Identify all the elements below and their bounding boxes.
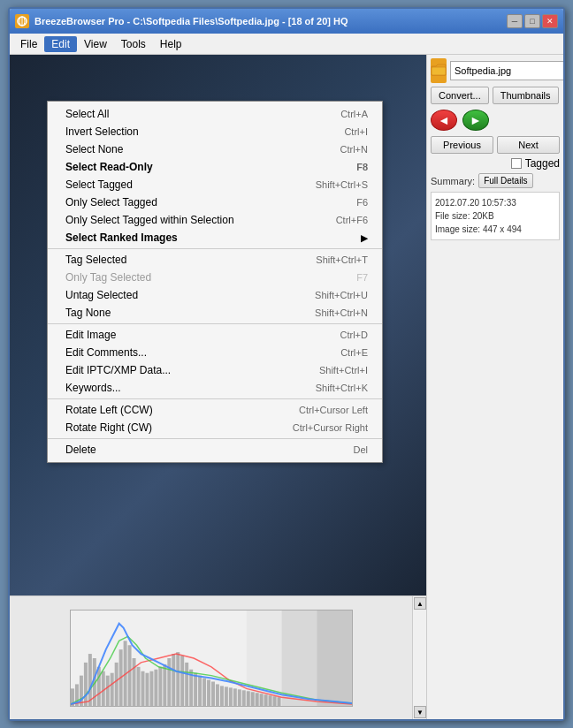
title-bar: BreezeBrowser Pro - C:\Softpedia Files\S… (10, 9, 563, 34)
scroll-down-button[interactable]: ▼ (414, 706, 426, 718)
svg-rect-30 (172, 654, 175, 706)
histogram-area (10, 596, 412, 719)
vertical-scrollbar[interactable]: ▲ ▼ (412, 596, 426, 719)
next-button[interactable]: Next (497, 136, 560, 154)
menu-item-only-tag-selected-label: Only Tag Selected (65, 271, 151, 284)
svg-rect-25 (149, 671, 153, 705)
minimize-button[interactable]: ─ (507, 14, 523, 28)
nav-back-button[interactable]: ◄ (431, 110, 457, 131)
svg-rect-53 (272, 696, 276, 706)
svg-rect-39 (211, 681, 215, 705)
menu-item-select-ranked[interactable]: Select Ranked Images ▶ (48, 229, 382, 246)
svg-rect-48 (250, 692, 254, 706)
svg-rect-23 (141, 671, 144, 705)
svg-rect-31 (176, 652, 180, 706)
thumbnails-button[interactable]: Thumbnails (493, 87, 559, 104)
menu-item-only-select-tagged-within[interactable]: Only Select Tagged within Selection Ctrl… (48, 211, 382, 229)
menu-item-select-none[interactable]: Select None Ctrl+N (48, 140, 382, 158)
tagged-checkbox[interactable] (511, 158, 522, 169)
menu-item-rotate-right-label: Rotate Right (CW) (65, 421, 152, 434)
menu-item-select-all-shortcut: Ctrl+A (340, 109, 368, 119)
svg-rect-32 (180, 656, 184, 706)
svg-rect-20 (127, 645, 131, 706)
menu-item-rotate-left[interactable]: Rotate Left (CCW) Ctrl+Cursor Left (48, 401, 382, 419)
svg-rect-37 (202, 678, 206, 705)
menu-item-invert-label: Invert Selection (65, 125, 139, 138)
filename-input[interactable] (450, 61, 563, 80)
full-details-button[interactable]: Full Details (478, 173, 532, 188)
svg-rect-46 (241, 690, 245, 706)
svg-rect-33 (185, 662, 188, 705)
svg-rect-5 (281, 610, 317, 706)
close-button[interactable]: ✕ (542, 14, 558, 28)
menu-item-select-readonly[interactable]: Select Read-Only F8 (48, 158, 382, 176)
menu-item-rotate-right[interactable]: Rotate Right (CW) Ctrl+Cursor Right (48, 419, 382, 436)
menu-view[interactable]: View (77, 36, 114, 52)
svg-rect-50 (259, 694, 263, 706)
menu-item-tag-selected-label: Tag Selected (65, 254, 126, 266)
menu-item-select-readonly-label: Select Read-Only (65, 161, 153, 173)
svg-rect-21 (132, 658, 135, 706)
filename-combo-container: ▼ (450, 61, 563, 80)
menu-item-edit-comments-label: Edit Comments... (65, 346, 147, 359)
histogram-container (70, 610, 353, 707)
menu-item-edit-iptc-label: Edit IPTC/XMP Data... (65, 364, 171, 376)
menu-item-edit-iptc[interactable]: Edit IPTC/XMP Data... Shift+Ctrl+I (48, 361, 382, 379)
menu-item-edit-comments[interactable]: Edit Comments... Ctrl+E (48, 344, 382, 361)
menu-item-select-all[interactable]: Select All Ctrl+A (48, 105, 382, 123)
filename-row: ▼ (431, 58, 560, 83)
maximize-button[interactable]: □ (524, 14, 540, 28)
svg-rect-35 (194, 672, 197, 705)
menu-item-only-select-tagged[interactable]: Only Select Tagged F6 (48, 193, 382, 211)
previous-button[interactable]: Previous (431, 136, 493, 154)
svg-rect-41 (219, 686, 223, 706)
menu-item-rotate-right-shortcut: Ctrl+Cursor Right (293, 422, 368, 433)
menu-item-tag-none[interactable]: Tag None Shift+Ctrl+N (48, 304, 382, 322)
svg-rect-43 (228, 687, 232, 706)
menu-item-select-none-label: Select None (65, 143, 123, 155)
menu-item-untag-selected[interactable]: Untag Selected Shift+Ctrl+U (48, 286, 382, 304)
nav-forward-button[interactable]: ► (462, 110, 489, 131)
menu-item-tag-none-label: Tag None (65, 307, 111, 319)
convert-button[interactable]: Convert... (431, 87, 489, 104)
menu-item-tag-none-shortcut: Shift+Ctrl+N (315, 307, 368, 318)
menu-bar: File Edit View Tools Help (10, 34, 563, 55)
svg-rect-49 (255, 693, 258, 706)
summary-row: Summary: Full Details (431, 173, 560, 188)
summary-label: Summary: (431, 176, 475, 186)
scroll-up-button[interactable]: ▲ (414, 597, 426, 610)
svg-rect-26 (154, 669, 157, 705)
menu-item-select-readonly-shortcut: F8 (356, 162, 368, 172)
menu-item-tag-selected[interactable]: Tag Selected Shift+Ctrl+T (48, 251, 382, 269)
svg-rect-28 (163, 664, 166, 705)
menu-item-select-tagged-label: Select Tagged (65, 178, 133, 191)
svg-rect-24 (145, 672, 149, 705)
menu-item-select-ranked-label: Select Ranked Images (65, 231, 178, 244)
menu-help[interactable]: Help (153, 36, 189, 52)
menu-edit[interactable]: Edit (44, 36, 77, 52)
title-bar-left: BreezeBrowser Pro - C:\Softpedia Files\S… (15, 14, 348, 28)
menu-tools[interactable]: Tools (114, 36, 153, 52)
folder-icon[interactable] (431, 58, 447, 83)
svg-rect-14 (101, 671, 104, 705)
menu-item-untag-selected-shortcut: Shift+Ctrl+U (315, 290, 368, 300)
menu-file[interactable]: File (13, 36, 44, 52)
menu-item-select-tagged[interactable]: Select Tagged Shift+Ctrl+S (48, 176, 382, 193)
menu-item-edit-image[interactable]: Edit Image Ctrl+D (48, 326, 382, 344)
menu-item-delete[interactable]: Delete Del (48, 441, 382, 459)
menu-item-select-all-label: Select All (65, 108, 109, 120)
menu-item-invert-selection[interactable]: Invert Selection Ctrl+I (48, 123, 382, 140)
menu-section-rotate: Rotate Left (CCW) Ctrl+Cursor Left Rotat… (48, 399, 382, 439)
svg-rect-38 (207, 679, 210, 705)
menu-item-only-tag-selected[interactable]: Only Tag Selected F7 (48, 269, 382, 286)
menu-item-untag-selected-label: Untag Selected (65, 289, 138, 301)
menu-section-select: Select All Ctrl+A Invert Selection Ctrl+… (48, 103, 382, 249)
menu-item-only-select-tagged-within-label: Only Select Tagged within Selection (65, 214, 234, 226)
action-buttons: Convert... Thumbnails (431, 87, 560, 104)
menu-item-select-none-shortcut: Ctrl+N (340, 144, 368, 155)
menu-item-keywords[interactable]: Keywords... Shift+Ctrl+K (48, 379, 382, 397)
svg-rect-17 (114, 662, 118, 705)
menu-section-edit: Edit Image Ctrl+D Edit Comments... Ctrl+… (48, 324, 382, 399)
menu-item-tag-selected-shortcut: Shift+Ctrl+T (316, 254, 368, 265)
svg-rect-11 (88, 654, 91, 706)
